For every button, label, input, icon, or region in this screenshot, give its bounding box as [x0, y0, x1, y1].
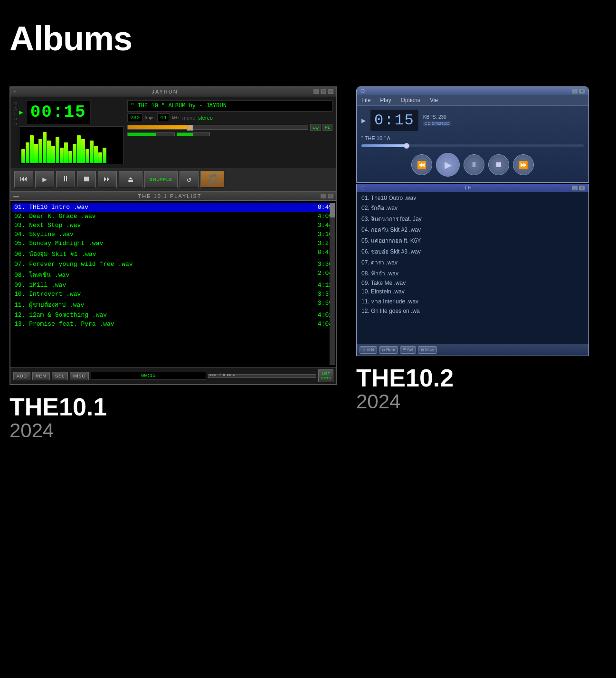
menu-view[interactable]: Vie — [430, 97, 438, 104]
modern-seekbar-thumb[interactable] — [404, 143, 409, 149]
next-button[interactable]: ⏭ — [98, 171, 117, 188]
seekbar-thumb[interactable] — [187, 125, 193, 131]
modern-add-btn[interactable]: ⊕ Add — [360, 346, 377, 354]
modern-playlist-item[interactable]: 02. รักคือ .wav — [360, 202, 586, 213]
stop-button[interactable]: ⏹ — [77, 171, 96, 188]
playlist-item[interactable]: 11. ผู้ชายต้องสาป .wav3:59 — [12, 299, 334, 311]
balance-slider[interactable] — [177, 132, 210, 136]
viz-bar — [85, 149, 89, 163]
modern-playlist-controls[interactable]: _ × — [572, 186, 585, 190]
playlist-item[interactable]: 12. 12am & Something .wav4:02 — [12, 311, 334, 320]
playlist-titlebar[interactable]: ▬▬ THE 10.1 PLAYLIST _ × — [10, 192, 336, 201]
modern-playlist-item[interactable]: 08. ฟ้าจำ .wav — [360, 268, 586, 279]
skin-button[interactable]: 🎵 — [200, 171, 224, 188]
list-opts-button[interactable]: LISTOPTS — [318, 369, 333, 382]
add-button[interactable]: ADD — [13, 372, 30, 380]
modern-titlebar[interactable]: ⬡ _ × — [357, 87, 588, 95]
mono-label: mono — [182, 115, 196, 121]
playlist-item[interactable]: 05. Sunday Midnight .wav3:27 — [12, 239, 334, 248]
playlist-scrollbar-thumb[interactable] — [330, 203, 335, 217]
playlist-item[interactable]: 01. THE10 Intro .wav0:49 — [12, 203, 334, 212]
playlist-item[interactable]: 08. โลเคชั่น .wav2:04 — [12, 269, 334, 281]
modern-controls: ⏪ ▶ ⏸ ⏹ ⏩ — [361, 149, 584, 179]
modern-main-area: ▶ 0:15 KBPS: 230 CD STEREO " THE 10 " A — [357, 106, 588, 182]
transport-row: ▶ 00:15 — [19, 100, 123, 124]
pl-button[interactable]: PL — [322, 124, 332, 131]
modern-seekbar[interactable] — [361, 144, 584, 147]
menu-file[interactable]: File — [361, 97, 370, 104]
modern-playlist-item[interactable]: 05. แค่อยากกอด ft. K6Y, — [360, 235, 586, 246]
playlist-item[interactable]: 07. Forever young wild free .wav3:36 — [12, 260, 334, 269]
winamp-minimize-btn[interactable]: _ — [313, 89, 319, 94]
modern-stop-btn[interactable]: ⏹ — [488, 154, 509, 175]
modern-window-controls[interactable]: _ × — [572, 89, 585, 94]
modern-pause-btn[interactable]: ⏸ — [464, 154, 484, 175]
modern-rewind-btn[interactable]: ⏪ — [411, 154, 432, 175]
modern-playlist-item[interactable]: 12. Gn life goes on .wa — [360, 307, 586, 315]
modern-playlist-item[interactable]: 10. Einstein .wav — [360, 287, 586, 296]
rem-button[interactable]: REM — [32, 372, 50, 380]
modern-play-btn[interactable]: ▶ — [436, 153, 460, 177]
playlist-item[interactable]: 04. Skyline .wav3:16 — [12, 230, 334, 239]
pause-button[interactable]: ⏸ — [56, 171, 75, 188]
modern-playlist-item[interactable]: 11. หาย Interlude .wav — [360, 296, 586, 307]
modern-pl-min-btn[interactable]: _ — [572, 186, 578, 190]
playlist-item[interactable]: 02. Dear K. Grace .wav4:05 — [12, 212, 334, 221]
modern-playlist-item-name: 07. ดารา .wav — [361, 258, 569, 267]
modern-playlist-item[interactable]: 01. The10 Outro .wav — [360, 194, 586, 202]
modern-playlist-item[interactable]: 06. ชอบอ่อ Skit #3 .wav — [360, 246, 586, 257]
mini-next-icon[interactable]: ▶▶ — [227, 373, 232, 377]
playlist-item[interactable]: 13. Promise feat. Pyra .wav4:04 — [12, 320, 334, 329]
stop-icon: ⏹ — [83, 175, 90, 184]
playlist-window-controls[interactable]: _ × — [321, 194, 333, 198]
winamp-close-btn[interactable]: × — [328, 89, 333, 94]
modern-playlist-item[interactable]: 09. Take Me .wav — [360, 279, 586, 287]
playlist-item[interactable]: 03. Next Stop .wav3:44 — [12, 221, 334, 230]
modern-playlist-titlebar[interactable]: ⬡ TH _ × — [357, 184, 588, 192]
play-button[interactable]: ▶ — [35, 171, 54, 188]
shuffle-label: SHUFFLE — [150, 177, 172, 182]
winamp-window-controls[interactable]: _ □ × — [313, 89, 333, 94]
eject-button[interactable]: ⏏ — [119, 171, 142, 188]
playlist-title-left: ▬▬ — [13, 194, 19, 199]
modern-playlist-item-time — [569, 214, 584, 223]
winamp-maximize-btn[interactable]: □ — [321, 89, 326, 94]
shuffle-button[interactable]: SHUFFLE — [144, 171, 178, 188]
prev-button[interactable]: ⏮ — [14, 171, 33, 188]
modern-playlist-item-time — [569, 280, 584, 286]
modern-playlist-item[interactable]: 07. ดารา .wav — [360, 257, 586, 268]
playlist-close-btn[interactable]: × — [328, 194, 333, 198]
winamp-seekbar[interactable] — [127, 125, 308, 130]
playlist-mini-seekbar[interactable]: ◀◀ ▶ ⏸ ⏹ ▶▶ ▲ — [208, 374, 317, 378]
modern-minimize-btn[interactable]: _ — [572, 89, 578, 94]
menu-options[interactable]: Options — [401, 97, 420, 104]
mini-eject-icon[interactable]: ▲ — [233, 373, 235, 377]
volume-slider[interactable] — [127, 132, 175, 136]
playlist-item[interactable]: 06. น้องจุม Skit #1 .wav0:41 — [12, 248, 334, 260]
modern-pl-close-btn[interactable]: × — [579, 186, 585, 190]
mini-prev-icon[interactable]: ◀◀ — [209, 373, 214, 377]
playlist-item[interactable]: 09. 1Mill .wav4:11 — [12, 281, 334, 290]
modern-misc-btn[interactable]: ⚙ Misc — [418, 346, 437, 354]
modern-fforward-btn[interactable]: ⏩ — [513, 154, 534, 175]
eq-button[interactable]: EQ — [310, 124, 321, 131]
viz-bar — [30, 135, 34, 163]
modern-playlist-item[interactable]: 04. กอดกัน Skit #2 .wav — [360, 224, 586, 235]
modern-rem-btn[interactable]: ⊖ Rem — [379, 346, 398, 354]
mini-stop-icon[interactable]: ⏹ — [222, 373, 226, 377]
skin-icon: 🎵 — [207, 173, 218, 185]
winamp-titlebar[interactable]: ⚡ JAYRUN _ □ × — [10, 87, 336, 96]
modern-playlist-item[interactable]: 03. จินตนาการ feat. Jay — [360, 213, 586, 224]
misc-button[interactable]: MiSC — [70, 372, 89, 380]
modern-close-btn[interactable]: × — [579, 89, 585, 94]
modern-sel-btn[interactable]: ☰ Sel — [400, 346, 416, 354]
playlist-item[interactable]: 10. Introvert .wav3:37 — [12, 290, 334, 299]
playlist-scrollbar[interactable] — [330, 203, 335, 365]
repeat-button[interactable]: ↺ — [180, 171, 199, 188]
menu-play[interactable]: Play — [380, 97, 391, 104]
sel-button[interactable]: SEL — [52, 372, 68, 380]
mini-play-icon[interactable]: ▶ — [214, 373, 217, 377]
playlist-minimize-btn[interactable]: _ — [321, 194, 326, 198]
album-section-1: ⚡ JAYRUN _ □ × O — [9, 86, 337, 447]
mini-pause-icon[interactable]: ⏸ — [218, 373, 221, 377]
